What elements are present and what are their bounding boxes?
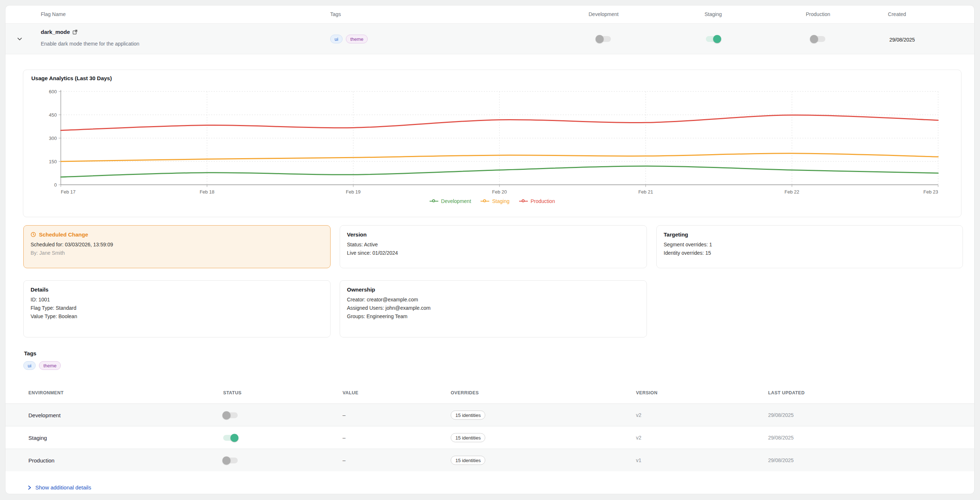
env-toggle[interactable]: [223, 457, 238, 463]
version-card: Version Status: Active Live since: 01/02…: [340, 225, 647, 268]
x-axis-label: Feb 20: [492, 189, 507, 195]
scheduled-change-card: Scheduled Change Scheduled for: 03/03/20…: [23, 225, 331, 268]
flag-name-text: dark_mode: [41, 29, 70, 35]
show-additional-details-link[interactable]: Show additional details: [27, 484, 91, 490]
legend-label: Development: [441, 198, 471, 204]
y-axis-label: 600: [49, 89, 57, 94]
legend-marker: [480, 199, 489, 203]
y-axis-label: 0: [54, 182, 57, 188]
details-id: ID: 1001: [30, 297, 323, 302]
env-version: v1: [636, 457, 641, 463]
tag-ui: ui: [23, 361, 36, 370]
identities-button[interactable]: 15 identities: [451, 433, 485, 442]
external-link-icon: [72, 30, 78, 35]
env-value: –: [342, 457, 345, 463]
header-flag-name: Flag Name: [41, 11, 65, 17]
env-header-environment: ENVIRONMENT: [29, 390, 64, 395]
legend-item-development[interactable]: Development: [430, 198, 471, 204]
legend-label: Staging: [492, 198, 509, 204]
env-status-cell: [223, 435, 238, 441]
env-name: Development: [29, 412, 60, 418]
tags-section-title: Tags: [24, 350, 37, 356]
header-created: Created: [888, 11, 906, 17]
env-version: v2: [636, 412, 641, 418]
legend-item-production[interactable]: Production: [519, 198, 555, 204]
env-header-status: STATUS: [223, 390, 242, 395]
x-axis-label: Feb 18: [199, 189, 214, 195]
flag-row: dark_mode Enable dark mode theme for the…: [5, 23, 974, 54]
env-status-cell: [223, 457, 238, 463]
env-row-development: Development – 15 identities v2 29/08/202…: [5, 403, 974, 426]
tag-ui: ui: [330, 35, 342, 43]
identities-button[interactable]: 15 identities: [451, 411, 485, 420]
legend-label: Production: [531, 198, 555, 204]
segment-overrides: Segment overrides: 1: [663, 241, 956, 248]
env-row-staging: Staging – 15 identities v2 29/08/2025: [5, 426, 974, 449]
ownership-groups: Groups: Engineering Team: [347, 313, 640, 319]
staging-toggle[interactable]: [706, 36, 721, 42]
created-date: 29/08/2025: [889, 37, 915, 43]
legend-marker: [430, 199, 438, 203]
env-last-updated: 29/08/2025: [768, 412, 794, 418]
chevron-down-icon[interactable]: [16, 36, 23, 42]
flag-tags: ui theme: [330, 35, 368, 43]
env-overrides-cell: 15 identities: [451, 433, 485, 442]
tags-section-list: ui theme: [23, 361, 61, 370]
env-name: Staging: [29, 435, 47, 441]
env-last-updated: 29/08/2025: [768, 457, 794, 463]
usage-analytics-chart: 0150300450600Feb 17Feb 18Feb 19Feb 20Feb…: [23, 70, 962, 196]
ownership-card: Ownership Creator: creator@example.com A…: [340, 280, 647, 337]
env-value: –: [342, 435, 345, 441]
header-development: Development: [589, 11, 619, 17]
details-card: Details ID: 1001 Flag Type: Standard Val…: [23, 280, 331, 337]
env-overrides-cell: 15 identities: [451, 411, 485, 420]
env-name: Production: [29, 457, 55, 463]
flag-name-link[interactable]: dark_mode: [41, 29, 78, 35]
tag-theme: theme: [346, 35, 368, 43]
scheduled-change-title: Scheduled Change: [30, 232, 323, 238]
env-toggle[interactable]: [223, 435, 238, 441]
y-axis-label: 300: [49, 136, 57, 141]
scheduled-change-label: Scheduled Change: [39, 232, 88, 238]
x-axis-label: Feb 21: [638, 189, 653, 195]
x-axis-label: Feb 17: [61, 189, 75, 195]
env-overrides-cell: 15 identities: [451, 455, 485, 465]
x-axis-label: Feb 22: [784, 189, 799, 195]
production-toggle[interactable]: [811, 36, 825, 42]
toggle-knob: [810, 35, 818, 43]
x-axis-label: Feb 23: [924, 189, 938, 195]
y-axis-label: 150: [49, 159, 57, 165]
flag-detail-panel: Flag Name Tags Development Staging Produ…: [5, 5, 975, 494]
header-tags: Tags: [330, 11, 341, 17]
version-status: Status: Active: [347, 241, 640, 248]
header-production: Production: [806, 11, 830, 17]
header-staging: Staging: [705, 11, 722, 17]
identity-overrides: Identity overrides: 15: [663, 250, 956, 256]
targeting-card: Targeting Segment overrides: 1 Identity …: [656, 225, 963, 268]
identities-button[interactable]: 15 identities: [451, 455, 485, 465]
details-value-type: Value Type: Boolean: [30, 313, 323, 319]
chart-line-staging: [61, 153, 938, 161]
chevron-right-icon: [27, 485, 32, 490]
details-title: Details: [30, 286, 323, 292]
env-row-production: Production – 15 identities v1 29/08/2025: [5, 449, 974, 471]
toggle-knob: [223, 456, 231, 464]
env-version: v2: [636, 435, 641, 441]
env-toggle[interactable]: [223, 412, 238, 418]
env-status-cell: [223, 412, 238, 418]
targeting-title: Targeting: [663, 232, 956, 238]
scheduled-for: Scheduled for: 03/03/2026, 13:59:09: [30, 241, 323, 248]
tag-theme: theme: [39, 361, 61, 370]
ownership-assigned-users: Assigned Users: john@example.com: [347, 305, 640, 311]
scheduled-by: By: Jane Smith: [30, 250, 323, 256]
toggle-knob: [223, 411, 231, 419]
flag-description: Enable dark mode theme for the applicati…: [41, 41, 139, 46]
development-toggle[interactable]: [596, 36, 611, 42]
version-title: Version: [347, 232, 640, 238]
ownership-title: Ownership: [347, 286, 640, 292]
chart-legend: DevelopmentStagingProduction: [23, 198, 961, 204]
toggle-knob: [596, 35, 604, 43]
clock-icon: [30, 232, 36, 237]
usage-analytics-card: Usage Analytics (Last 30 Days) 015030045…: [23, 70, 961, 217]
legend-item-staging[interactable]: Staging: [480, 198, 509, 204]
